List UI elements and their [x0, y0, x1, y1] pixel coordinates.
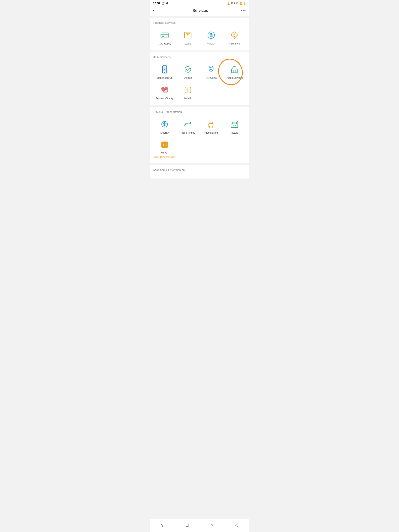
financial-services-grid: Card Repay ¥ Loans [153, 28, 246, 47]
travel-grid-row2: T3 T3 Go Limited time promotion [153, 138, 246, 160]
bottom-nav: ∨ □ ○ ◁ [150, 519, 249, 532]
health-icon [183, 85, 193, 95]
qq-coins-label: QQ Coins [206, 76, 217, 80]
ride-hailing-label: Ride Hailing [204, 131, 218, 135]
svg-point-34 [212, 126, 213, 128]
app-header: ‹ Services ••• [150, 6, 249, 16]
status-icons: 🔔 28.1 K/s 📶 🔋 [227, 2, 246, 5]
public-services-icon [229, 64, 240, 75]
svg-point-10 [210, 36, 213, 37]
shopping-section: Shopping & Entertainment [150, 165, 249, 178]
svg-text:¥: ¥ [187, 33, 189, 37]
svg-rect-23 [232, 70, 236, 70]
svg-text:+: + [165, 90, 166, 93]
daily-services-grid: ¥ Mobile Top Up Utilities [153, 62, 246, 102]
t3go-label: T3 Go [161, 152, 168, 155]
svg-text:¥: ¥ [164, 68, 165, 71]
svg-rect-36 [233, 125, 234, 126]
wealth-item[interactable]: Wealth [200, 28, 223, 47]
qq-coins-icon [206, 64, 216, 75]
tencent-charity-item[interactable]: + Tencent Charity [153, 83, 176, 102]
svg-rect-20 [232, 69, 237, 73]
svg-point-33 [209, 126, 210, 128]
public-services-label: Public Services [226, 76, 243, 80]
hotels-icon [229, 119, 240, 130]
ride-hailing-item[interactable]: Ride Hailing [200, 117, 223, 136]
insurance-item[interactable]: Insurance [223, 28, 246, 47]
nav-home-button[interactable]: □ [183, 522, 191, 529]
hotels-item[interactable]: Hotels [223, 117, 246, 136]
more-button[interactable]: ••• [241, 8, 246, 13]
rail-flights-label: Rail & Flights [181, 131, 195, 135]
travel-section: Travel & Transportation Mobility [150, 107, 249, 163]
financial-services-section: Financial Services Card Repay [150, 18, 249, 51]
loans-icon: ¥ [183, 30, 193, 40]
svg-rect-21 [233, 70, 234, 73]
utilities-item[interactable]: Utilities [176, 62, 200, 82]
svg-rect-22 [235, 70, 236, 73]
hotels-label: Hotels [231, 131, 238, 135]
utilities-label: Utilities [184, 76, 192, 80]
svg-point-18 [210, 67, 211, 68]
mobile-top-up-item[interactable]: ¥ Mobile Top Up [153, 62, 176, 82]
card-repay-icon [159, 30, 170, 40]
back-button[interactable]: ‹ [153, 8, 160, 13]
mobility-item[interactable]: Mobility [153, 117, 176, 136]
card-repay-item[interactable]: Card Repay [153, 28, 176, 47]
wealth-label: Wealth [207, 42, 215, 45]
loans-label: Loans [184, 42, 191, 45]
wealth-icon [206, 30, 216, 40]
shopping-title: Shopping & Entertainment [153, 168, 246, 171]
utilities-icon [183, 64, 193, 75]
mobility-label: Mobility [160, 131, 169, 135]
mobile-top-up-label: Mobile Top Up [157, 76, 173, 80]
svg-rect-3 [162, 36, 164, 37]
insurance-icon [229, 30, 240, 40]
nav-back-button[interactable]: ∨ [158, 522, 166, 529]
insurance-label: Insurance [229, 42, 240, 45]
svg-point-9 [210, 33, 212, 35]
mobility-icon [159, 119, 170, 130]
svg-point-17 [209, 66, 213, 71]
svg-text:T3: T3 [163, 143, 167, 147]
svg-rect-37 [235, 125, 236, 126]
qq-coins-item[interactable]: QQ Coins [200, 62, 223, 82]
ride-hailing-icon [206, 119, 216, 130]
public-services-item[interactable]: Public Services [223, 62, 246, 82]
t3go-promo: Limited time promotion [154, 156, 175, 158]
daily-services-title: Daily Services [153, 56, 246, 59]
page-title: Services [192, 8, 208, 13]
status-bar: 16:57 ⏳ 👁 🔔 28.1 K/s 📶 🔋 [150, 0, 249, 6]
t3go-item[interactable]: T3 T3 Go Limited time promotion [153, 138, 176, 160]
t3go-icon: T3 [159, 139, 170, 150]
travel-title: Travel & Transportation [153, 110, 246, 114]
card-repay-label: Card Repay [158, 42, 171, 45]
health-label: Health [184, 97, 192, 100]
svg-point-15 [164, 72, 165, 73]
health-item[interactable]: Health [176, 83, 200, 102]
tencent-charity-label: Tencent Charity [156, 97, 173, 100]
rail-flights-item[interactable]: Rail & Flights [176, 117, 200, 136]
status-time: 16:57 ⏳ 👁 [153, 2, 169, 5]
travel-grid: Mobility Rail & Flights [153, 117, 246, 136]
nav-circle-button[interactable]: ○ [208, 522, 215, 529]
financial-services-title: Financial Services [153, 21, 246, 24]
svg-point-11 [233, 33, 235, 35]
mobile-top-up-icon: ¥ [159, 64, 170, 75]
daily-services-section: Daily Services ¥ Mobile Top Up [150, 52, 249, 105]
svg-point-19 [212, 67, 213, 68]
tencent-charity-icon: + [159, 85, 170, 95]
loans-item[interactable]: ¥ Loans [176, 28, 200, 47]
rail-flights-icon [183, 119, 193, 130]
nav-return-button[interactable]: ◁ [232, 522, 241, 529]
